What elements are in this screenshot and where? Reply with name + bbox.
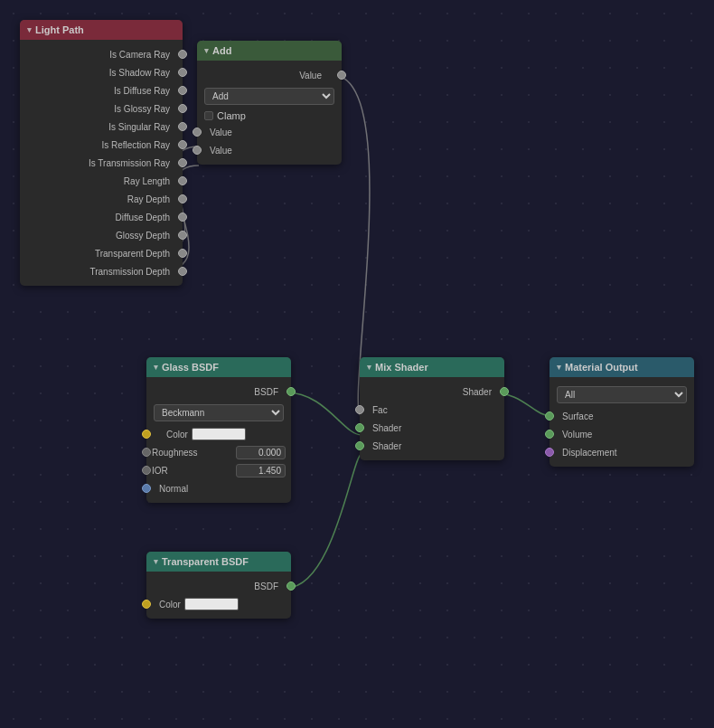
socket-label-glossy-ray: Is Glossy Ray xyxy=(110,104,183,114)
socket-row-transparent-depth: Transparent Depth xyxy=(20,244,183,262)
glass-color-swatch[interactable] xyxy=(192,428,246,440)
glass-ior-field: IOR xyxy=(152,464,286,477)
socket-row-reflection: Is Reflection Ray xyxy=(20,136,183,154)
socket-transparent-depth-output[interactable] xyxy=(178,249,187,258)
socket-label-glossy-depth: Glossy Depth xyxy=(112,231,183,241)
socket-ray-length-output[interactable] xyxy=(178,176,187,185)
socket-row-shadow: Is Shadow Ray xyxy=(20,63,183,81)
glass-bsdf-node: ▾ Glass BSDF BSDF Beckmann Color Roughne… xyxy=(146,357,291,503)
socket-add-value1-input[interactable] xyxy=(193,128,202,137)
add-value-input2-row: Value xyxy=(197,141,342,159)
mix-shader-output-label: Shader xyxy=(459,387,504,397)
material-output-select[interactable]: All xyxy=(557,386,687,403)
material-surface-row: Surface xyxy=(550,407,694,425)
socket-glass-roughness[interactable] xyxy=(142,448,151,457)
material-output-header[interactable]: ▾ Material Output xyxy=(550,357,694,377)
socket-row-transmission-ray: Is Transmission Ray xyxy=(20,154,183,172)
socket-row-glossy-depth: Glossy Depth xyxy=(20,226,183,244)
add-value-output-row: Value xyxy=(197,66,342,84)
add-collapse-icon: ▾ xyxy=(204,46,209,55)
transparent-color-label: Color xyxy=(146,600,184,610)
transparent-bsdf-output-row: BSDF xyxy=(146,577,291,595)
add-node-header[interactable]: ▾ Add xyxy=(197,41,342,61)
socket-row-transmission-depth: Transmission Depth xyxy=(20,262,183,280)
socket-label-camera: Is Camera Ray xyxy=(106,50,183,60)
clamp-checkbox[interactable] xyxy=(204,111,213,120)
socket-transparent-bsdf-output[interactable] xyxy=(287,581,296,591)
glass-ior-row: IOR xyxy=(146,461,291,479)
socket-mix-shader-output[interactable] xyxy=(500,387,509,396)
socket-glossy-ray-output[interactable] xyxy=(178,104,187,113)
add-value2-input-label: Value xyxy=(197,146,236,156)
socket-ray-depth-output[interactable] xyxy=(178,194,187,203)
socket-label-transmission-depth: Transmission Depth xyxy=(86,267,183,277)
socket-add-value-output[interactable] xyxy=(337,71,346,80)
socket-mix-shader1[interactable] xyxy=(355,423,364,432)
light-path-title: Light Path xyxy=(35,24,84,35)
mix-shader1-row: Shader xyxy=(360,419,504,437)
socket-glossy-depth-output[interactable] xyxy=(178,231,187,240)
mix-collapse-icon: ▾ xyxy=(367,363,371,372)
mix-shader-title: Mix Shader xyxy=(375,362,428,373)
socket-glass-color[interactable] xyxy=(142,430,151,439)
mix-shader-output-row: Shader xyxy=(360,383,504,401)
material-surface-label: Surface xyxy=(550,411,597,421)
glass-color-row: Color xyxy=(146,425,291,443)
glass-bsdf-header[interactable]: ▾ Glass BSDF xyxy=(146,357,291,377)
transparent-bsdf-output-label: BSDF xyxy=(250,581,291,591)
socket-row-ray-length: Ray Length xyxy=(20,172,183,190)
light-path-node: ▾ Light Path Is Camera Ray Is Shadow Ray… xyxy=(20,20,183,286)
clamp-row: Clamp xyxy=(197,109,342,123)
socket-transparent-color[interactable] xyxy=(142,600,151,609)
socket-glass-normal[interactable] xyxy=(142,484,151,493)
socket-singular-output[interactable] xyxy=(178,122,187,131)
material-output-body: All Surface Volume Displacement xyxy=(550,377,694,467)
glass-bsdf-title: Glass BSDF xyxy=(162,362,219,373)
socket-add-value2-input[interactable] xyxy=(193,146,202,155)
socket-row-ray-depth: Ray Depth xyxy=(20,190,183,208)
socket-transmission-ray-output[interactable] xyxy=(178,158,187,167)
add-node: ▾ Add Value Add Clamp Value Value xyxy=(197,41,342,165)
socket-material-surface[interactable] xyxy=(545,411,554,421)
socket-transmission-depth-output[interactable] xyxy=(178,267,187,276)
socket-row-camera: Is Camera Ray xyxy=(20,45,183,63)
socket-glass-ior[interactable] xyxy=(142,466,151,475)
socket-camera-output[interactable] xyxy=(178,50,187,59)
socket-material-displacement[interactable] xyxy=(545,448,554,457)
transparent-collapse-icon: ▾ xyxy=(154,557,158,566)
light-path-header[interactable]: ▾ Light Path xyxy=(20,20,183,40)
glass-ior-label: IOR xyxy=(152,466,232,476)
mix-shader2-label: Shader xyxy=(360,441,405,451)
glass-roughness-field: Roughness xyxy=(152,446,286,459)
socket-mix-fac[interactable] xyxy=(355,405,364,414)
socket-glass-bsdf-output[interactable] xyxy=(287,387,296,396)
add-value1-input-label: Value xyxy=(197,128,236,137)
transparent-bsdf-title: Transparent BSDF xyxy=(162,556,249,567)
socket-shadow-output[interactable] xyxy=(178,68,187,77)
mix-shader-header[interactable]: ▾ Mix Shader xyxy=(360,357,504,377)
add-operation-select[interactable]: Add xyxy=(204,88,334,105)
glass-bsdf-output-row: BSDF xyxy=(146,383,291,401)
glass-distribution-select[interactable]: Beckmann xyxy=(154,404,284,421)
material-volume-row: Volume xyxy=(550,425,694,443)
glass-ior-input[interactable] xyxy=(236,464,286,477)
socket-diffuse-depth-output[interactable] xyxy=(178,213,187,222)
material-displacement-row: Displacement xyxy=(550,443,694,461)
socket-material-volume[interactable] xyxy=(545,430,554,439)
mix-shader2-row: Shader xyxy=(360,437,504,455)
socket-row-diffuse: Is Diffuse Ray xyxy=(20,81,183,99)
mix-shader-body: Shader Fac Shader Shader xyxy=(360,377,504,460)
glass-bsdf-body: BSDF Beckmann Color Roughness IOR xyxy=(146,377,291,503)
socket-mix-shader2[interactable] xyxy=(355,441,364,450)
glass-color-label: Color xyxy=(154,430,192,440)
socket-reflection-output[interactable] xyxy=(178,140,187,149)
transparent-bsdf-node: ▾ Transparent BSDF BSDF Color xyxy=(146,552,291,619)
clamp-label: Clamp xyxy=(217,110,246,121)
glass-bsdf-output-label: BSDF xyxy=(250,387,291,397)
transparent-color-swatch[interactable] xyxy=(184,598,239,610)
glass-roughness-input[interactable] xyxy=(236,446,286,459)
socket-label-singular: Is Singular Ray xyxy=(105,122,183,132)
transparent-bsdf-header[interactable]: ▾ Transparent BSDF xyxy=(146,552,291,572)
socket-diffuse-output[interactable] xyxy=(178,86,187,95)
socket-label-transmission-ray: Is Transmission Ray xyxy=(85,158,183,168)
